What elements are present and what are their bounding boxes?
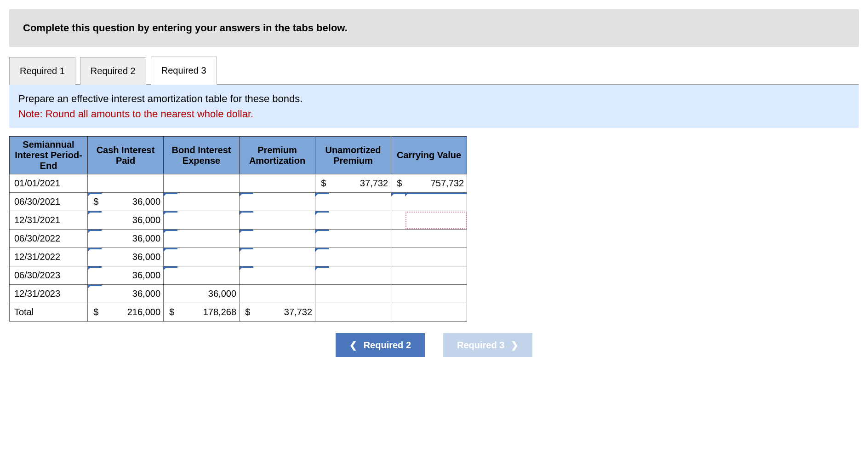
exp-value-cell: 36,000 — [177, 285, 240, 303]
cash-symbol-cell — [88, 174, 102, 193]
exp-symbol-cell: $ — [164, 303, 177, 322]
prompt-main: Prepare an effective interest amortizati… — [18, 91, 850, 106]
header-expense: Bond Interest Expense — [164, 137, 240, 174]
period-cell: 06/30/2021 — [10, 193, 88, 211]
un-symbol-cell[interactable] — [315, 230, 329, 248]
tab-required-2[interactable]: Required 2 — [80, 57, 146, 85]
cash-value-cell[interactable]: 36,000 — [102, 230, 164, 248]
chevron-right-icon: ❯ — [511, 340, 519, 351]
prompt-note: Note: Round all amounts to the nearest w… — [18, 106, 850, 121]
exp-symbol-cell[interactable] — [164, 248, 177, 266]
cash-symbol-cell[interactable] — [88, 230, 102, 248]
un-symbol-cell — [315, 285, 329, 303]
car-value-cell — [405, 266, 467, 285]
cash-value-cell[interactable]: 36,000 — [102, 193, 164, 211]
table-row: 06/30/202336,000 — [10, 266, 467, 285]
table-row: Total$216,000$178,268$37,732 — [10, 303, 467, 322]
exp-symbol-cell[interactable] — [164, 211, 177, 230]
car-value-cell — [405, 285, 467, 303]
un-value-cell[interactable] — [329, 193, 391, 211]
exp-value-cell[interactable] — [177, 193, 240, 211]
tab-required-3[interactable]: Required 3 — [151, 57, 217, 85]
exp-value-cell[interactable] — [177, 230, 240, 248]
cash-value-cell[interactable]: 36,000 — [102, 266, 164, 285]
am-symbol-cell: $ — [240, 303, 253, 322]
un-value-cell — [329, 303, 391, 322]
un-value-cell[interactable] — [329, 230, 391, 248]
exp-symbol-cell[interactable] — [164, 230, 177, 248]
am-value-cell: 37,732 — [253, 303, 315, 322]
un-value-cell: 37,732 — [329, 174, 391, 193]
period-cell: 01/01/2021 — [10, 174, 88, 193]
car-symbol-cell — [391, 266, 405, 285]
header-amortization: Premium Amortization — [240, 137, 315, 174]
period-cell: 12/31/2023 — [10, 285, 88, 303]
exp-value-cell[interactable] — [177, 248, 240, 266]
am-symbol-cell[interactable] — [240, 211, 253, 230]
cash-value-cell — [102, 174, 164, 193]
am-symbol-cell[interactable] — [240, 193, 253, 211]
am-symbol-cell[interactable] — [240, 230, 253, 248]
table-row: 06/30/202236,000 — [10, 230, 467, 248]
prev-button-label: Required 2 — [364, 340, 411, 351]
exp-symbol-cell — [164, 174, 177, 193]
un-symbol-cell[interactable] — [315, 248, 329, 266]
table-row: 01/01/2021$37,732$757,732 — [10, 174, 467, 193]
am-value-cell[interactable] — [253, 248, 315, 266]
table-row: 12/31/202336,00036,000 — [10, 285, 467, 303]
cash-value-cell[interactable]: 36,000 — [102, 248, 164, 266]
cash-symbol-cell[interactable]: $ — [88, 193, 102, 211]
am-value-cell[interactable] — [253, 193, 315, 211]
car-symbol-cell — [391, 248, 405, 266]
next-button[interactable]: Required 3 ❯ — [443, 333, 532, 357]
cash-symbol-cell[interactable] — [88, 266, 102, 285]
table-row: 06/30/2021$36,000 — [10, 193, 467, 211]
period-cell: 12/31/2021 — [10, 211, 88, 230]
header-carrying: Carrying Value — [391, 137, 467, 174]
period-cell: Total — [10, 303, 88, 322]
exp-value-cell — [177, 174, 240, 193]
period-cell: 06/30/2022 — [10, 230, 88, 248]
exp-value-cell[interactable] — [177, 266, 240, 285]
am-value-cell[interactable] — [253, 230, 315, 248]
un-symbol-cell: $ — [315, 174, 329, 193]
header-period: Semiannual Interest Period-End — [10, 137, 88, 174]
am-value-cell[interactable] — [253, 211, 315, 230]
am-value-cell[interactable] — [253, 266, 315, 285]
cash-value-cell[interactable]: 36,000 — [102, 211, 164, 230]
table-row: 12/31/202236,000 — [10, 248, 467, 266]
un-symbol-cell[interactable] — [315, 211, 329, 230]
un-value-cell[interactable] — [329, 248, 391, 266]
cash-symbol-cell[interactable] — [88, 248, 102, 266]
instruction-banner: Complete this question by entering your … — [9, 9, 859, 47]
car-value-cell[interactable] — [405, 193, 467, 211]
amortization-table: Semiannual Interest Period-End Cash Inte… — [9, 136, 467, 322]
cash-value-cell: 216,000 — [102, 303, 164, 322]
header-unamortized: Unamortized Premium — [315, 137, 391, 174]
table-row: 12/31/202136,000 — [10, 211, 467, 230]
am-symbol-cell[interactable] — [240, 248, 253, 266]
exp-symbol-cell[interactable] — [164, 193, 177, 211]
car-symbol-cell[interactable] — [391, 193, 405, 211]
cash-value-cell[interactable]: 36,000 — [102, 285, 164, 303]
am-symbol-cell[interactable] — [240, 266, 253, 285]
car-value-cell — [405, 230, 467, 248]
prompt-box: Prepare an effective interest amortizati… — [9, 85, 859, 128]
exp-symbol-cell[interactable] — [164, 266, 177, 285]
car-value-cell — [405, 303, 467, 322]
nav-row: ❮ Required 2 Required 3 ❯ — [9, 333, 859, 357]
un-symbol-cell[interactable] — [315, 266, 329, 285]
car-symbol-cell: $ — [391, 174, 405, 193]
cash-symbol-cell[interactable] — [88, 285, 102, 303]
exp-value-cell: 178,268 — [177, 303, 240, 322]
exp-value-cell[interactable] — [177, 211, 240, 230]
car-symbol-cell — [391, 211, 405, 230]
un-value-cell[interactable] — [329, 211, 391, 230]
un-value-cell[interactable] — [329, 266, 391, 285]
un-symbol-cell[interactable] — [315, 193, 329, 211]
prev-button[interactable]: ❮ Required 2 — [336, 333, 425, 357]
tab-required-1[interactable]: Required 1 — [9, 57, 75, 85]
car-symbol-cell — [391, 230, 405, 248]
cash-symbol-cell[interactable] — [88, 211, 102, 230]
header-cash: Cash Interest Paid — [88, 137, 164, 174]
